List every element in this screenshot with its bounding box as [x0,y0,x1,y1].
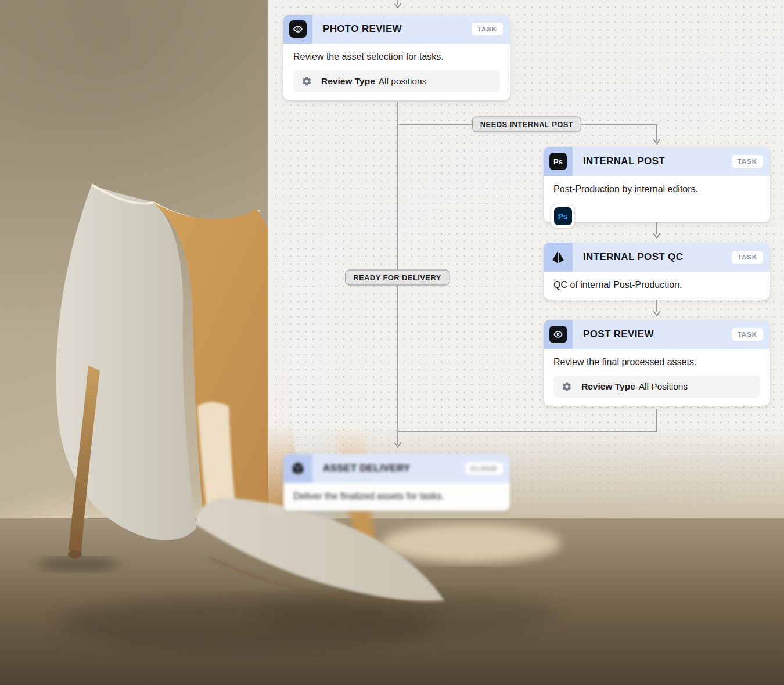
setting-value: All Positions [639,381,688,392]
photoshop-app-icon[interactable]: Ps [551,204,575,228]
node-header: POST REVIEW TASK [544,320,770,349]
node-header: Ps INTERNAL POST TASK [544,147,770,176]
node-internal-post[interactable]: Ps INTERNAL POST TASK Post-Production by… [544,147,770,222]
node-photo-review[interactable]: PHOTO REVIEW TASK Review the asset selec… [283,15,510,100]
node-icon-cell [283,15,312,44]
node-post-review[interactable]: POST REVIEW TASK Review the final proces… [544,320,770,406]
node-header: ASSET DELIVERY CLOUD [283,454,510,483]
gear-icon [301,76,312,86]
review-type-setting[interactable]: Review Type All positions [293,70,500,92]
edge-label-ready-for-delivery[interactable]: READY FOR DELIVERY [345,270,449,286]
setting-label: Review Type [581,381,635,392]
node-title: ASSET DELIVERY [312,463,465,474]
node-body: QC of internal Post-Production. [544,272,770,300]
node-type-badge: CLOUD [465,462,504,475]
setting-label: Review Type [321,76,375,86]
node-icon-cell [544,320,573,349]
node-type-badge: TASK [732,251,763,264]
setting-value: All positions [379,76,427,86]
node-description: Review the asset selection for tasks. [293,51,500,63]
node-description: QC of internal Post-Production. [553,279,760,291]
node-body: Review the asset selection for tasks. Re… [283,44,510,100]
gear-icon [562,381,572,392]
node-body: Review the final processed assets. Revie… [544,349,770,406]
node-body: Deliver the finalized assets for tasks. [283,483,510,511]
node-title: INTERNAL POST [573,156,732,167]
eye-icon [289,20,307,38]
node-header: PHOTO REVIEW TASK [283,15,510,44]
edge-label-needs-internal-post[interactable]: NEEDS INTERNAL POST [472,117,581,132]
marketing-composite: NEEDS INTERNAL POST READY FOR DELIVERY P… [0,0,784,685]
node-body: Post-Production by internal editors. [544,176,770,204]
node-internal-post-qc[interactable]: INTERNAL POST QC TASK QC of internal Pos… [544,243,770,300]
node-title: PHOTO REVIEW [312,23,472,35]
eye-icon [549,326,567,343]
node-description: Deliver the finalized assets for tasks. [293,490,500,503]
node-icon-cell [283,454,312,483]
node-description: Review the final processed assets. [553,356,760,369]
photoshop-icon: Ps [549,153,567,170]
photoshop-app-glyph: Ps [554,207,572,225]
node-title: INTERNAL POST QC [573,251,732,263]
node-type-badge: TASK [732,155,763,168]
prism-icon [549,248,567,266]
node-icon-cell [544,243,573,272]
node-description: Post-Production by internal editors. [553,183,760,196]
node-asset-delivery[interactable]: ASSET DELIVERY CLOUD Deliver the finaliz… [283,454,510,511]
ps-glyph: Ps [553,157,563,166]
node-icon-cell: Ps [544,147,573,176]
node-type-badge: TASK [732,328,763,341]
package-icon [289,460,307,477]
review-type-setting[interactable]: Review Type All Positions [553,376,760,398]
node-type-badge: TASK [472,23,503,35]
node-title: POST REVIEW [573,329,732,340]
node-header: INTERNAL POST QC TASK [544,243,770,272]
